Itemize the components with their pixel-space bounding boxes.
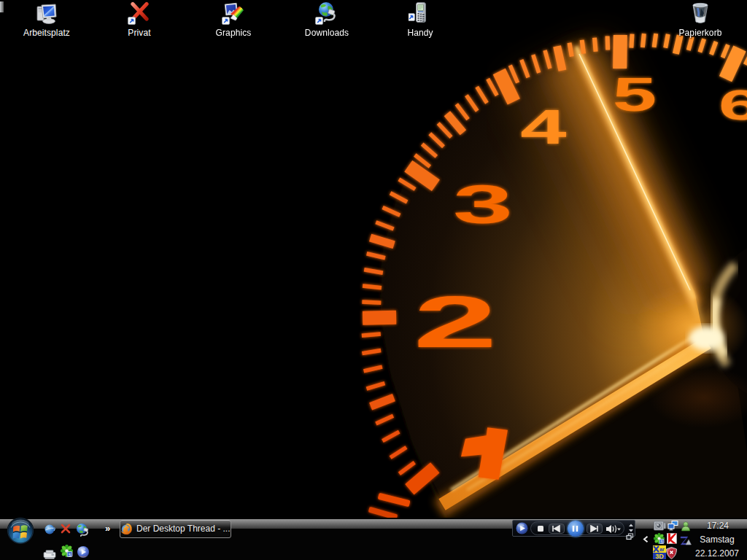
- svg-text:3: 3: [453, 174, 513, 235]
- svg-text:5: 5: [613, 69, 657, 121]
- svg-text:5: 5: [69, 553, 71, 557]
- svg-text:3D: 3D: [655, 553, 664, 560]
- svg-text:6: 6: [719, 82, 747, 129]
- svg-text:5: 5: [661, 540, 663, 544]
- svg-text:4: 4: [520, 99, 566, 154]
- svg-text:ar: ar: [659, 547, 665, 552]
- svg-text:2: 2: [413, 281, 497, 363]
